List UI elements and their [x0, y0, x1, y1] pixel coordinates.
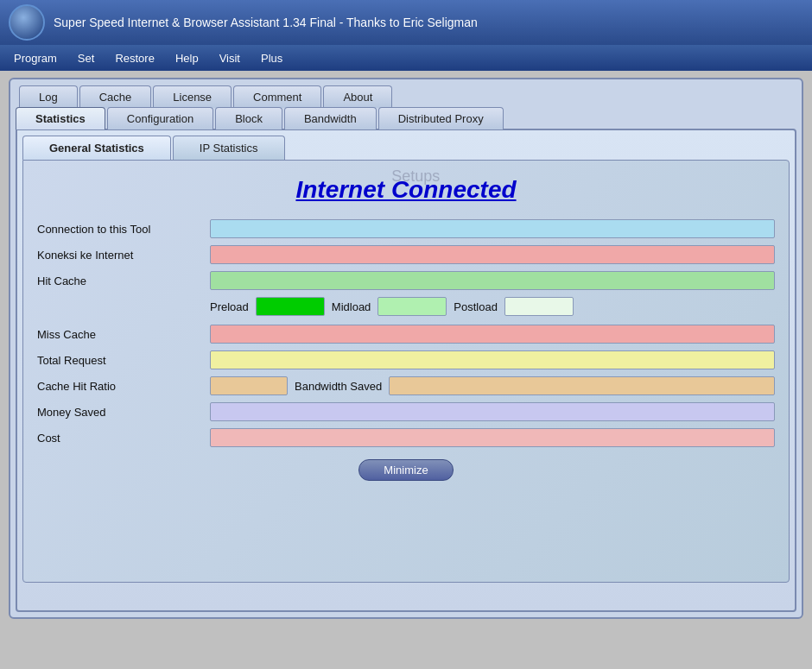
chr-label: Cache Hit Ratio	[37, 380, 210, 393]
title-text: Super Speed Internet & Browser Assistant…	[54, 16, 478, 29]
midload-label: Midload	[332, 300, 371, 313]
tab-log[interactable]: Log	[19, 85, 78, 108]
content-area: General Statistics IP Statistics Setups …	[16, 129, 796, 612]
stat-label-connection: Connection to this Tool	[37, 223, 210, 236]
chr-bar-short	[210, 376, 288, 395]
stat-label-totalrequest: Total Request	[37, 354, 210, 367]
stat-bar-connection	[210, 219, 775, 238]
menu-help[interactable]: Help	[167, 49, 207, 67]
tab-comment[interactable]: Comment	[233, 85, 321, 108]
stat-label-hitcache: Hit Cache	[37, 275, 210, 287]
subtab-general-statistics[interactable]: General Statistics	[22, 136, 171, 160]
stat-row-totalrequest: Total Request	[37, 350, 775, 369]
menu-visit[interactable]: Visit	[211, 49, 249, 67]
stat-row-connection: Connection to this Tool	[37, 219, 775, 238]
stat-row-hitcache: Hit Cache	[37, 271, 775, 290]
sub-tab-row: General Statistics IP Statistics	[22, 136, 790, 160]
bw-bar	[389, 376, 775, 395]
tab-block[interactable]: Block	[215, 107, 282, 129]
tab-distributed-proxy[interactable]: Distributed Proxy	[378, 107, 504, 129]
stat-row-misscache: Miss Cache	[37, 325, 775, 344]
preload-row: Preload Midload Postload	[210, 297, 775, 316]
stat-label-cost: Cost	[37, 432, 210, 445]
midload-bar	[377, 297, 447, 316]
stat-bar-misscache	[210, 325, 775, 344]
tab-bandwidth[interactable]: Bandwidth	[284, 107, 377, 129]
menu-program[interactable]: Program	[5, 49, 66, 67]
bottom-tab-row: Statistics Configuration Block Bandwidth…	[16, 106, 796, 129]
chr-row: Cache Hit Ratio Bandwidth Saved	[37, 376, 775, 395]
title-bar: Super Speed Internet & Browser Assistant…	[0, 0, 812, 45]
tab-cache[interactable]: Cache	[79, 85, 152, 108]
menu-plus[interactable]: Plus	[252, 49, 291, 67]
stats-content: Setups Internet Connected Connection to …	[22, 160, 790, 583]
preload-label: Preload	[210, 300, 249, 313]
minimize-button[interactable]: Minimize	[358, 459, 453, 481]
stat-bar-koneksi	[210, 245, 775, 264]
postload-bar	[504, 297, 574, 316]
stat-row-cost: Cost	[37, 428, 775, 447]
stat-label-misscache: Miss Cache	[37, 328, 210, 341]
postload-label: Postload	[454, 300, 498, 313]
tab-configuration[interactable]: Configuration	[107, 107, 213, 129]
top-tab-row: Log Cache License Comment About	[16, 85, 796, 107]
preload-bar	[256, 297, 325, 316]
stat-bar-moneysaved	[210, 402, 775, 421]
stat-bar-cost	[210, 428, 775, 447]
main-container: Log Cache License Comment About Statisti…	[9, 78, 803, 619]
app-logo	[9, 4, 45, 41]
subtab-ip-statistics[interactable]: IP Statistics	[173, 136, 285, 160]
menu-restore[interactable]: Restore	[106, 49, 163, 67]
bw-label: Bandwidth Saved	[295, 380, 382, 393]
menu-bar: Program Set Restore Help Visit Plus	[0, 45, 812, 71]
stat-label-koneksi: Koneksi ke Internet	[37, 249, 210, 262]
tab-license[interactable]: License	[153, 85, 232, 108]
internet-status: Internet Connected	[37, 176, 775, 204]
tab-statistics[interactable]: Statistics	[16, 107, 105, 129]
tab-about[interactable]: About	[323, 85, 392, 108]
stat-label-moneysaved: Money Saved	[37, 406, 210, 419]
stat-bar-totalrequest	[210, 350, 775, 369]
stat-row-koneksi: Koneksi ke Internet	[37, 245, 775, 264]
minimize-row: Minimize	[37, 459, 775, 481]
menu-set[interactable]: Set	[69, 49, 104, 67]
stat-row-moneysaved: Money Saved	[37, 402, 775, 421]
stat-bar-hitcache	[210, 271, 775, 290]
